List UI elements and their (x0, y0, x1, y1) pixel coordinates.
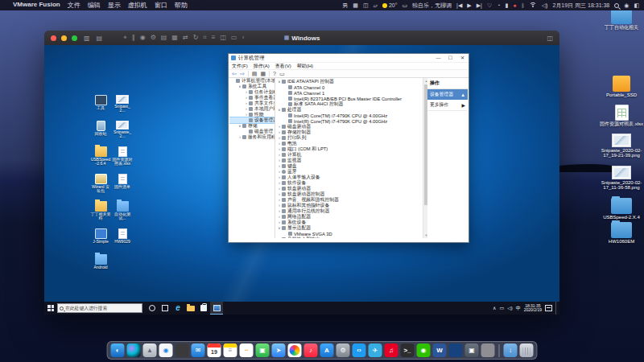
vm-toolbar-icon-10[interactable]: ≡ (212, 35, 216, 41)
volume-icon[interactable]: ◁) (507, 306, 513, 311)
dock-item-dock-app-gray[interactable] (481, 343, 495, 357)
cm-toolbar-icon-4[interactable]: ▦ (260, 71, 266, 77)
vm-toolbar-icon-12[interactable]: ▭ (231, 35, 237, 41)
bell-icon[interactable]: ◔ (497, 2, 500, 8)
action-center-icon[interactable] (545, 305, 552, 311)
stats-grid-icon[interactable]: ▦ (353, 2, 358, 9)
cm-titlebar[interactable]: 计算机管理 — ☐ ✕ (229, 54, 469, 63)
display-settings-icon[interactable]: ◫ (547, 35, 553, 42)
vmware-titlebar[interactable]: ▥ ▤ ⌖∥◉⚙▤▦⇄↻⌗≡◫▭‹ ▦ Windows ◫ (44, 31, 559, 45)
media-play-icon[interactable]: ▶ (467, 2, 471, 9)
vm-toolbar-icon-11[interactable]: ◫ (221, 35, 227, 41)
device-tree-item[interactable]: ATA Channel 0 (275, 84, 428, 90)
vm-toolbar-icon-2[interactable]: ∥ (132, 35, 135, 41)
minimize-button[interactable] (61, 35, 67, 41)
now-playing-title[interactable]: 独自乐，无聊调 (412, 2, 452, 10)
cm-toolbar-icon-6[interactable]: ▭ (279, 71, 285, 77)
dock-item-wechat[interactable]: ◉ (417, 343, 431, 357)
dock-item-notes[interactable]: ≡ (224, 343, 237, 357)
device-tree-item[interactable]: ∨IDE ATA/ATAPI 控制器 (275, 79, 428, 84)
mac-desktop-icon[interactable]: HW1060EM (600, 222, 643, 244)
mac-desktop-icon[interactable]: USBSpeed-2.X.4 (600, 198, 643, 220)
mac-desktop-icon[interactable]: 固件资源对照表.xlsx (600, 105, 643, 126)
menubar-menu-显示[interactable]: 显示 (108, 1, 121, 10)
dock-item-mail[interactable]: ✉ (192, 343, 205, 357)
vm-toolbar-icon-6[interactable]: ▦ (171, 35, 178, 41)
cm-toolbar-icon-5[interactable]: ? (273, 71, 276, 76)
device-tree-item[interactable]: ∨显示适配器 (275, 225, 428, 231)
computer-management-icon[interactable] (210, 302, 223, 315)
dock-item-vmware-fusion[interactable]: ▣ (465, 343, 479, 357)
close-button[interactable] (51, 35, 56, 41)
menubar-menu-虚拟机[interactable]: 虚拟机 (128, 1, 147, 10)
menubar-app-name[interactable]: VMware Fusion (13, 1, 60, 10)
vm-toolbar-icon-4[interactable]: ⚙ (151, 35, 156, 41)
media-previous-icon[interactable]: |◀ (456, 2, 462, 9)
screen-mirroring-icon[interactable]: ▭ (402, 2, 407, 9)
show-desktop-button[interactable] (555, 302, 557, 315)
dock-item-app-store[interactable]: A (320, 343, 334, 357)
dock-item-vscode[interactable]: ‹› (353, 343, 366, 357)
menubar-menu-帮助[interactable]: 帮助 (175, 1, 188, 10)
battery-icon[interactable]: ▮ (505, 2, 508, 9)
back-icon[interactable]: ⇦ (232, 71, 237, 77)
dock-item-photos[interactable] (288, 343, 302, 357)
snapshots-icon[interactable]: ▤ (97, 35, 103, 42)
device-tree-item[interactable]: ›音频输入和输出 (275, 237, 428, 238)
cm-menu-文[interactable]: 文件(F) (232, 63, 248, 70)
taskbar-search-box[interactable]: 在此处键入进行搜索 (57, 303, 142, 313)
console-tree-item[interactable]: ›服务和应用程序 (229, 134, 275, 140)
mac-desktop-icon[interactable]: Snipaste_2020-02-17_11-36-58.png (600, 166, 643, 190)
vm-desktop-icon[interactable]: Wizard 安装包 (90, 174, 111, 193)
mac-desktop-icon[interactable]: Snipaste_2020-02-17_19-21-39.png (600, 134, 643, 158)
network-icon[interactable]: ▭ (499, 306, 504, 311)
cm-toolbar-icon-3[interactable]: ▤ (252, 71, 258, 77)
vm-toolbar-icon-7[interactable]: ⇄ (183, 35, 188, 41)
start-button[interactable] (44, 302, 57, 315)
menubar-clock[interactable]: 2月19日 周三 18:31:38 (552, 2, 609, 10)
dock-item-maps[interactable]: ➤ (272, 343, 286, 357)
minimize-button[interactable]: — (432, 54, 444, 63)
vm-desktop-icon[interactable]: USBSpeed-2.6.4 (90, 146, 111, 166)
vm-desktop-icon[interactable]: Snipast_2... (112, 95, 133, 113)
volume-icon[interactable]: ◁) (542, 2, 548, 9)
device-tree-item[interactable]: Intel(R) Core(TM) i7-4790K CPU @ 4.00GHz (275, 113, 428, 118)
display-split-icon[interactable]: ◫ (363, 2, 369, 9)
dock-item-terminal[interactable]: >_ (401, 343, 415, 357)
dock-item-launchpad[interactable]: ▲ (143, 343, 157, 357)
mac-desktop-icon[interactable]: Portable_SSD (600, 76, 643, 97)
vm-desktop-icon[interactable]: J-Simple (90, 228, 111, 244)
vm-desktop-icon[interactable]: 丁丁相关资料 (90, 201, 111, 220)
dock-item-music[interactable]: ♪ (304, 343, 318, 357)
dock-item-reminders[interactable]: ∙∙ (240, 343, 254, 357)
edge-icon[interactable]: e (171, 302, 184, 315)
maximize-button[interactable]: ☐ (444, 54, 456, 63)
library-toggle-icon[interactable]: ▥ (84, 35, 90, 42)
dock-item-calendar[interactable]: 19 (208, 343, 221, 357)
vm-desktop-icon[interactable]: 固件清单 (112, 174, 133, 189)
wifi-icon[interactable] (530, 2, 537, 8)
close-button[interactable]: ✕ (456, 54, 469, 63)
actions-device-manager-item[interactable]: 设备管理器 ▲ (427, 89, 468, 100)
menubar-menu-编辑[interactable]: 编辑 (88, 1, 101, 10)
vm-toolbar-icon-13[interactable]: ‹ (242, 35, 245, 41)
vm-toolbar-icon-3[interactable]: ◉ (140, 35, 146, 41)
dock-item-finder[interactable]: ◐ (111, 343, 125, 357)
actions-more-item[interactable]: 更多操作 ▶ (427, 100, 468, 111)
dock-item-downloads[interactable]: ↓ (504, 343, 518, 357)
zoom-button[interactable] (72, 35, 77, 41)
dock-item-telegram[interactable]: ✈ (369, 343, 382, 357)
collapse-arrow-icon[interactable]: ▲ (460, 93, 465, 97)
menubar-menu-文件[interactable]: 文件 (68, 1, 80, 10)
store-icon[interactable] (197, 302, 210, 315)
cm-menu-操[interactable]: 操作(A) (254, 63, 270, 70)
file-explorer-icon[interactable] (184, 302, 197, 315)
dock-item-word[interactable]: W (433, 343, 447, 357)
vm-toolbar-icon-9[interactable]: ⌗ (203, 35, 207, 41)
expand-arrow-icon[interactable]: ▶ (462, 103, 465, 108)
dock-item-safari[interactable]: ◉ (159, 343, 173, 357)
taskbar-clock[interactable]: 18:31:35 2020/2/19 (524, 304, 542, 313)
ime-icon[interactable]: 男 (342, 2, 348, 10)
vm-desktop-icon[interactable]: 回收站 (90, 121, 111, 136)
device-tree-item[interactable]: ›键盘 (275, 163, 428, 169)
